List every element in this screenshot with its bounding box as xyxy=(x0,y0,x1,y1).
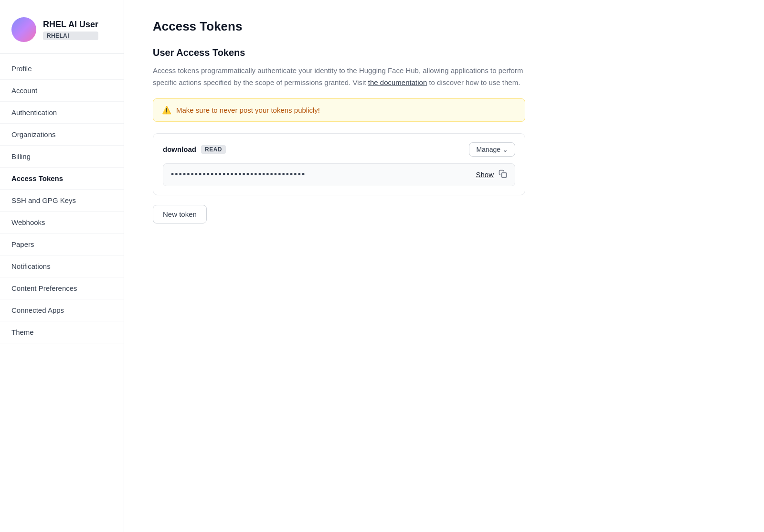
token-actions: Show xyxy=(476,170,507,180)
chevron-down-icon: ⌄ xyxy=(502,146,508,153)
user-info: RHEL AI User RHELAI xyxy=(43,20,98,40)
sidebar: RHEL AI User RHELAI Profile Account Auth… xyxy=(0,0,124,532)
manage-button[interactable]: Manage ⌄ xyxy=(469,142,515,157)
avatar xyxy=(11,17,36,42)
new-token-button[interactable]: New token xyxy=(153,205,207,223)
token-name-row: download READ xyxy=(163,145,226,154)
copy-icon[interactable] xyxy=(499,170,507,180)
token-masked-value: •••••••••••••••••••••••••••••••••• xyxy=(171,170,306,180)
user-name: RHEL AI User xyxy=(43,20,98,30)
user-section: RHEL AI User RHELAI xyxy=(0,10,124,54)
sidebar-item-content-preferences[interactable]: Content Preferences xyxy=(0,277,124,299)
svg-rect-0 xyxy=(502,172,507,177)
sidebar-item-theme[interactable]: Theme xyxy=(0,321,124,343)
sidebar-item-webhooks[interactable]: Webhooks xyxy=(0,212,124,234)
sidebar-item-papers[interactable]: Papers xyxy=(0,234,124,255)
token-value-row: •••••••••••••••••••••••••••••••••• Show xyxy=(163,163,515,186)
sidebar-item-billing[interactable]: Billing xyxy=(0,146,124,168)
page-title: Access Tokens xyxy=(153,19,525,34)
sidebar-item-account[interactable]: Account xyxy=(0,80,124,102)
sidebar-item-profile[interactable]: Profile xyxy=(0,58,124,80)
description: Access tokens programmatically authentic… xyxy=(153,65,525,89)
token-name: download xyxy=(163,145,196,153)
manage-label: Manage xyxy=(476,146,500,153)
token-card: download READ Manage ⌄ •••••••••••••••••… xyxy=(153,133,525,195)
token-header: download READ Manage ⌄ xyxy=(163,142,515,157)
documentation-link[interactable]: the documentation xyxy=(368,78,427,86)
show-token-button[interactable]: Show xyxy=(476,170,494,179)
section-title: User Access Tokens xyxy=(153,47,525,58)
user-badge: RHELAI xyxy=(43,32,98,40)
sidebar-item-access-tokens[interactable]: Access Tokens xyxy=(0,168,124,190)
sidebar-item-organizations[interactable]: Organizations xyxy=(0,124,124,146)
sidebar-item-connected-apps[interactable]: Connected Apps xyxy=(0,299,124,321)
token-type-badge: READ xyxy=(201,145,226,154)
warning-icon: ⚠️ xyxy=(162,106,171,115)
warning-box: ⚠️ Make sure to never post your tokens p… xyxy=(153,98,525,122)
sidebar-nav: Profile Account Authentication Organizat… xyxy=(0,58,124,343)
description-part2: to discover how to use them. xyxy=(429,78,520,86)
sidebar-item-ssh-gpg-keys[interactable]: SSH and GPG Keys xyxy=(0,190,124,212)
sidebar-item-authentication[interactable]: Authentication xyxy=(0,102,124,124)
warning-text: Make sure to never post your tokens publ… xyxy=(176,106,320,114)
main-content: Access Tokens User Access Tokens Access … xyxy=(124,0,554,532)
sidebar-item-notifications[interactable]: Notifications xyxy=(0,255,124,277)
